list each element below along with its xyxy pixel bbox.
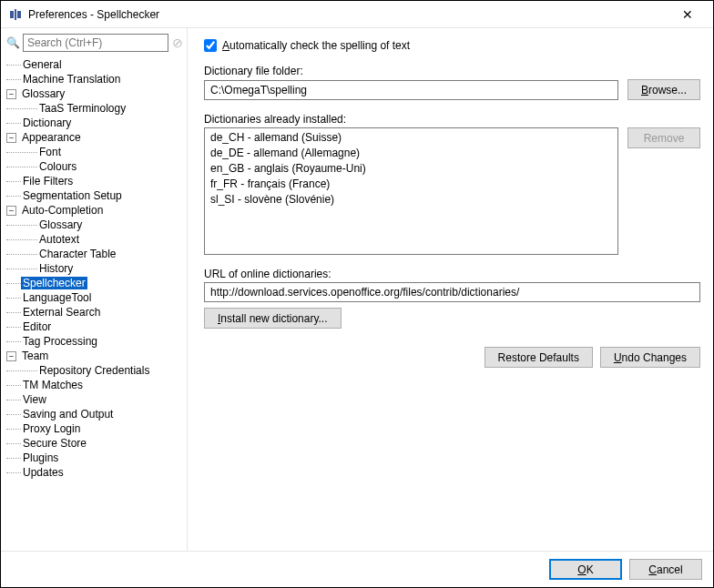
browse-button[interactable]: Browse... — [627, 79, 700, 100]
list-item[interactable]: fr_FR - français (France) — [210, 177, 612, 192]
tree-item-saving-output[interactable]: Saving and Output — [6, 407, 187, 421]
tree-item-machine-translation[interactable]: Machine Translation — [6, 72, 187, 86]
installed-label: Dictionaries already installed: — [204, 113, 700, 126]
dialog-footer: OK Cancel — [1, 551, 713, 587]
tree-item-tag-processing[interactable]: Tag Processing — [6, 334, 187, 349]
tree-item-editor[interactable]: Editor — [6, 319, 187, 334]
tree-item-languagetool[interactable]: LanguageTool — [6, 290, 187, 305]
tree-item-secure-store[interactable]: Secure Store — [6, 436, 187, 451]
tree-item-plugins[interactable]: Plugins — [6, 451, 187, 465]
collapse-icon[interactable]: − — [6, 351, 16, 361]
url-input[interactable] — [204, 282, 700, 302]
tree-item-colours[interactable]: Colours — [6, 159, 187, 174]
tree-item-proxy-login[interactable]: Proxy Login — [6, 421, 187, 436]
tree-item-segmentation-setup[interactable]: Segmentation Setup — [6, 188, 187, 203]
collapse-icon[interactable]: − — [6, 133, 16, 143]
tree-item-repo-creds[interactable]: Repository Credentials — [6, 363, 187, 378]
tree-item-updates[interactable]: Updates — [6, 465, 187, 480]
tree-item-appearance[interactable]: −Appearance — [6, 130, 187, 145]
dict-folder-label: Dictionary file folder: — [204, 65, 700, 77]
tree-item-general[interactable]: General — [6, 57, 187, 72]
clear-search-icon[interactable]: ⊘ — [172, 35, 183, 50]
auto-check-label: Automatically check the spelling of text — [222, 39, 410, 52]
category-tree[interactable]: General Machine Translation −Glossary Ta… — [1, 56, 187, 551]
restore-defaults-button[interactable]: Restore Defaults — [484, 347, 593, 368]
remove-button[interactable]: Remove — [627, 127, 700, 148]
cancel-button[interactable]: Cancel — [629, 559, 702, 580]
tree-item-ac-glossary[interactable]: Glossary — [6, 218, 187, 232]
list-item[interactable]: de_CH - allemand (Suisse) — [210, 130, 612, 146]
list-item[interactable]: de_DE - allemand (Allemagne) — [210, 146, 612, 161]
tree-item-ac-chartable[interactable]: Character Table — [6, 247, 187, 261]
tree-item-dictionary[interactable]: Dictionary — [6, 116, 187, 130]
tree-item-auto-completion[interactable]: −Auto-Completion — [6, 203, 187, 218]
ok-button[interactable]: OK — [549, 559, 622, 580]
auto-check-checkbox[interactable] — [204, 39, 217, 52]
svg-rect-1 — [15, 9, 16, 20]
tree-item-file-filters[interactable]: File Filters — [6, 174, 187, 188]
left-panel: 🔍 ⊘ General Machine Translation −Glossar… — [1, 28, 188, 551]
svg-rect-2 — [17, 11, 21, 18]
auto-check-row[interactable]: Automatically check the spelling of text — [204, 39, 700, 52]
tree-item-glossary[interactable]: −Glossary — [6, 86, 187, 101]
app-icon — [8, 7, 23, 22]
tree-item-external-search[interactable]: External Search — [6, 305, 187, 319]
tree-item-team[interactable]: −Team — [6, 349, 187, 363]
tree-item-tm-matches[interactable]: TM Matches — [6, 378, 187, 392]
settings-panel: Automatically check the spelling of text… — [188, 28, 713, 551]
tree-item-ac-autotext[interactable]: Autotext — [6, 232, 187, 247]
tree-item-taas[interactable]: TaaS Terminology — [6, 101, 187, 116]
list-item[interactable]: sl_SI - slovène (Slovénie) — [210, 192, 612, 208]
install-dictionary-button[interactable]: Install new dictionary... — [204, 308, 342, 329]
tree-item-view[interactable]: View — [6, 392, 187, 407]
tree-item-font[interactable]: Font — [6, 145, 187, 159]
svg-rect-0 — [10, 11, 14, 18]
url-label: URL of online dictionaries: — [204, 268, 700, 280]
dict-folder-input[interactable] — [204, 80, 618, 100]
search-input[interactable] — [23, 34, 168, 52]
close-icon[interactable]: ✕ — [669, 7, 706, 22]
list-item[interactable]: en_GB - anglais (Royaume-Uni) — [210, 161, 612, 177]
undo-changes-button[interactable]: Undo Changes — [600, 347, 700, 368]
collapse-icon[interactable]: − — [6, 89, 16, 99]
tree-item-ac-history[interactable]: History — [6, 261, 187, 276]
window-title: Preferences - Spellchecker — [28, 8, 669, 21]
installed-dictionaries-list[interactable]: de_CH - allemand (Suisse) de_DE - allema… — [204, 127, 618, 255]
collapse-icon[interactable]: − — [6, 206, 16, 216]
search-icon: 🔍 — [6, 36, 19, 49]
titlebar: Preferences - Spellchecker ✕ — [1, 1, 713, 28]
tree-item-spellchecker[interactable]: Spellchecker — [6, 276, 187, 290]
